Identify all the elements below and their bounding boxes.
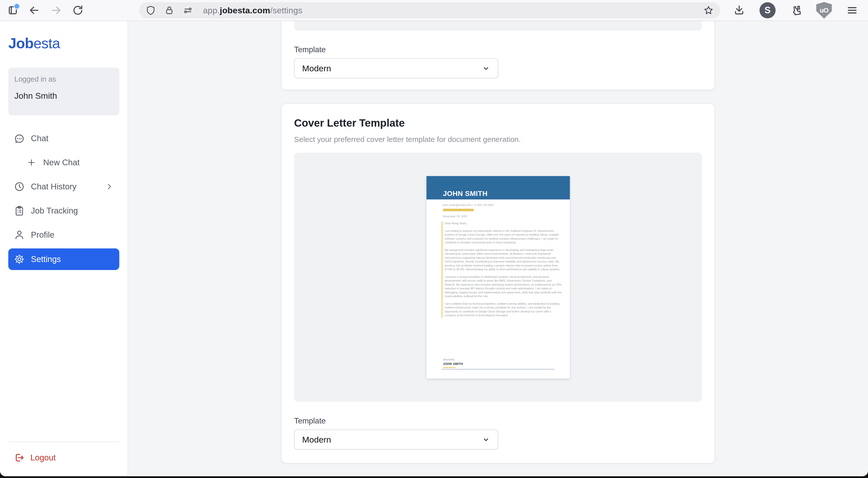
cover-letter-preview: JOHN SMITH john.smith@email.com | +1 555… bbox=[294, 153, 702, 402]
card-description: Select your preferred cover letter templ… bbox=[294, 135, 702, 144]
letter-footer-line bbox=[441, 369, 554, 369]
chevron-down-icon bbox=[482, 435, 490, 444]
permissions-icon[interactable] bbox=[183, 5, 193, 15]
sidebar-item-profile[interactable]: Profile bbox=[8, 223, 119, 247]
url-text[interactable]: app.jobesta.com/settings bbox=[203, 5, 302, 15]
letter-signature-block: Sincerely, JOHN SMITH bbox=[443, 358, 463, 368]
resume-template-card: Template Modern bbox=[281, 21, 715, 90]
bookmark-star-icon[interactable] bbox=[703, 5, 714, 16]
chevron-right-icon bbox=[105, 182, 114, 191]
logout-label: Logout bbox=[30, 453, 56, 462]
sidebar-item-label: Chat bbox=[31, 133, 49, 143]
toolbar-right-cluster: S uO bbox=[733, 2, 858, 19]
logged-in-card: Logged in as John Smith bbox=[8, 67, 119, 115]
app-page: Jobesta Logged in as John Smith Chat bbox=[0, 21, 868, 476]
sidebar-spacer bbox=[8, 270, 119, 442]
menu-hamburger-icon[interactable] bbox=[846, 4, 858, 16]
sidebar-item-job-tracking[interactable]: Job Tracking bbox=[8, 199, 119, 223]
person-icon bbox=[14, 229, 25, 240]
letter-paragraph: I am writing to express my enthusiastic … bbox=[445, 229, 562, 245]
sidebar-item-chat[interactable]: Chat bbox=[8, 126, 119, 150]
logout-button[interactable]: Logout bbox=[8, 446, 119, 470]
url-path: /settings bbox=[270, 5, 302, 15]
letter-closing: Sincerely, bbox=[443, 358, 463, 361]
template-field-label: Template bbox=[294, 45, 702, 54]
chat-bubble-icon bbox=[14, 133, 25, 144]
settings-content: Template Modern Cover Letter Template Se… bbox=[128, 21, 868, 476]
chevron-down-icon bbox=[482, 64, 490, 72]
sidebar-item-label: New Chat bbox=[43, 158, 80, 167]
logo-light: esta bbox=[33, 35, 60, 51]
template-field-label: Template bbox=[294, 416, 702, 425]
clock-icon bbox=[14, 181, 25, 192]
sidebar-item-label: Settings bbox=[31, 255, 61, 264]
letter-paragraph: I am confident that my technical experti… bbox=[445, 302, 562, 318]
logged-in-label: Logged in as bbox=[14, 75, 113, 83]
lock-icon[interactable] bbox=[164, 5, 174, 15]
url-bar[interactable]: app.jobesta.com/settings bbox=[139, 2, 720, 18]
letter-header-band: JOHN SMITH bbox=[427, 176, 570, 200]
gear-icon bbox=[14, 254, 25, 265]
sidebar-item-label: Job Tracking bbox=[31, 206, 78, 215]
selected-template-value: Modern bbox=[302, 64, 331, 73]
app-logo[interactable]: Jobesta bbox=[8, 35, 119, 52]
letter-paragraph: I possess a strong foundation in distrib… bbox=[445, 275, 562, 298]
letter-paragraphs: Dear Hiring Team, I am writing to expres… bbox=[441, 221, 562, 318]
browser-toolbar: app.jobesta.com/settings S uO bbox=[0, 0, 868, 21]
sidebar-item-label: Chat History bbox=[31, 182, 76, 191]
logout-icon bbox=[14, 452, 24, 463]
logo-bold: Job bbox=[8, 35, 33, 51]
letter-date: November 29, 2025 bbox=[443, 215, 562, 218]
cover-letter-template-card: Cover Letter Template Select your prefer… bbox=[281, 103, 715, 464]
selected-template-value: Modern bbox=[302, 435, 331, 445]
card-title: Cover Letter Template bbox=[294, 117, 702, 129]
letter-name: JOHN SMITH bbox=[443, 190, 488, 198]
letter-paragraph: My background includes significant exper… bbox=[445, 248, 562, 271]
cover-letter-template-select[interactable]: Modern bbox=[294, 429, 498, 450]
reload-button[interactable] bbox=[72, 5, 83, 16]
ublock-shield-icon[interactable]: uO bbox=[816, 2, 832, 19]
app-sidebar: Jobesta Logged in as John Smith Chat bbox=[0, 21, 128, 476]
clipboard-icon bbox=[14, 205, 25, 216]
plus-icon bbox=[27, 158, 36, 167]
sidebar-item-label: Profile bbox=[31, 230, 55, 240]
letter-salutation: Dear Hiring Team, bbox=[445, 221, 562, 226]
extensions-puzzle-icon[interactable] bbox=[790, 4, 802, 16]
browser-sidebar-toggle-icon[interactable] bbox=[7, 5, 18, 16]
extension-s-badge-icon[interactable]: S bbox=[760, 2, 776, 18]
back-button[interactable] bbox=[29, 5, 40, 16]
sidebar-item-settings[interactable]: Settings bbox=[8, 248, 119, 270]
shield-icon[interactable] bbox=[146, 5, 156, 15]
forward-button[interactable] bbox=[51, 5, 62, 16]
sidebar-nav: Chat New Chat Ch bbox=[8, 126, 119, 270]
sidebar-divider bbox=[8, 442, 119, 442]
url-domain: jobesta.com bbox=[220, 5, 270, 15]
sidebar-item-chat-history[interactable]: Chat History bbox=[8, 175, 119, 199]
browser-window: app.jobesta.com/settings S uO bbox=[0, 0, 868, 476]
notification-dot bbox=[13, 3, 20, 9]
resume-template-preview bbox=[294, 21, 702, 31]
resume-template-select[interactable]: Modern bbox=[294, 58, 498, 78]
letter-contact: john.smith@email.com | +1 555 123-4567 bbox=[443, 204, 562, 207]
letter-body-area: john.smith@email.com | +1 555 123-4567 N… bbox=[427, 204, 570, 318]
sidebar-item-new-chat[interactable]: New Chat bbox=[8, 150, 119, 175]
desktop-edge bbox=[0, 476, 868, 478]
logged-in-user-name: John Smith bbox=[14, 91, 113, 101]
cover-letter-document: JOHN SMITH john.smith@email.com | +1 555… bbox=[427, 176, 570, 379]
downloads-icon[interactable] bbox=[733, 4, 745, 16]
url-subdomain: app. bbox=[203, 5, 220, 15]
letter-gold-rule bbox=[443, 209, 474, 211]
signature-gold-rule bbox=[443, 367, 456, 368]
letter-signature-name: JOHN SMITH bbox=[443, 362, 463, 366]
